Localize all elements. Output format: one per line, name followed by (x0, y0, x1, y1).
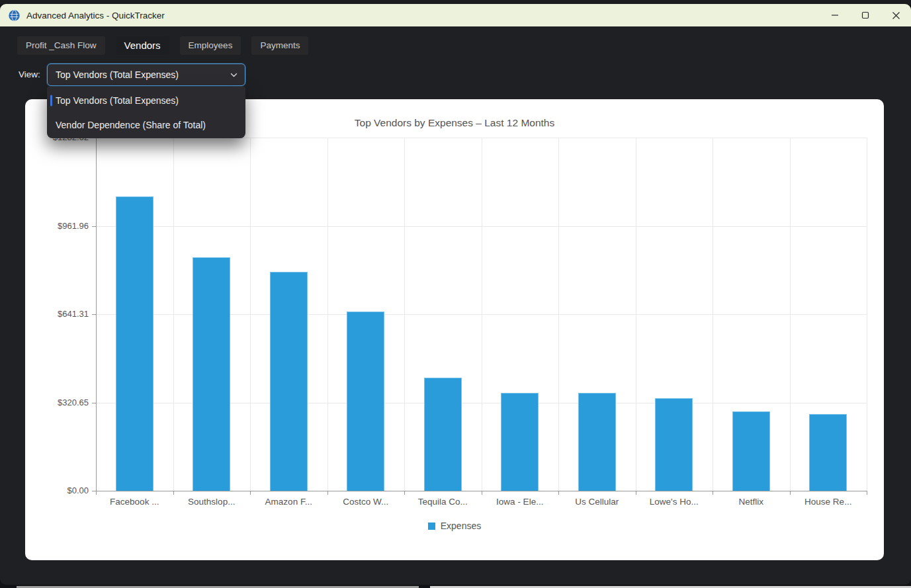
x-axis-label-iowa-ele: Iowa - Ele... (482, 497, 558, 507)
y-axis-label: $961.96 (28, 221, 89, 231)
gridline-vertical (867, 138, 867, 491)
x-axis-label-us-cellular: Us Cellular (558, 497, 635, 507)
gridline-vertical (636, 138, 636, 491)
x-axis-tick (790, 491, 791, 495)
selected-option-indicator (50, 95, 52, 106)
x-axis-tick (173, 491, 174, 495)
gridline-vertical (250, 138, 251, 491)
x-axis-label-southslop: Southslop... (173, 497, 250, 507)
chart-card: Top Vendors by Expenses – Last 12 Months… (25, 99, 884, 560)
bar-iowa-ele[interactable] (501, 393, 539, 491)
x-axis-tick (558, 491, 559, 495)
bar-amazon-f[interactable] (270, 272, 308, 491)
legend[interactable]: Expenses (25, 521, 884, 531)
x-axis-label-tequila-co: Tequila Co... (404, 497, 481, 507)
x-axis-label-house-re: House Re... (790, 497, 867, 507)
x-axis-label-costco-w: Costco W... (327, 497, 404, 507)
screen: Advanced Analytics - QuickTracker Profit… (0, 0, 911, 588)
x-axis-tick (482, 491, 482, 495)
x-axis-tick (867, 491, 867, 495)
minimize-button[interactable] (820, 4, 850, 26)
tab-profit-cash-flow[interactable]: Profit _Cash Flow (17, 36, 105, 55)
gridline-vertical (713, 138, 713, 491)
gridline-vertical (790, 138, 791, 491)
x-axis-tick (250, 491, 251, 495)
x-axis-label-amazon-f: Amazon F... (250, 497, 327, 507)
tab-vendors[interactable]: Vendors (116, 36, 169, 55)
app-icon (9, 10, 20, 21)
view-dropdown-flyout: Top Vendors (Total Expenses)Vendor Depen… (47, 87, 245, 138)
view-combobox[interactable]: Top Vendors (Total Expenses) (47, 63, 245, 86)
gridline-vertical (558, 138, 559, 491)
bar-lowe-s-ho[interactable] (655, 398, 693, 491)
bar-netflix[interactable] (732, 411, 770, 491)
y-axis-label: $641.31 (28, 309, 89, 319)
dropdown-option-label: Vendor Dependence (Share of Total) (56, 120, 206, 130)
legend-label: Expenses (441, 521, 481, 531)
gridline-vertical (173, 138, 174, 491)
tab-bar: Profit _Cash FlowVendorsEmployeesPayment… (17, 36, 308, 55)
bar-facebook[interactable] (116, 196, 153, 491)
x-axis-tick (327, 491, 328, 495)
x-axis-tick (713, 491, 713, 495)
y-axis-line (96, 138, 97, 491)
view-combobox-value: Top Vendors (Total Expenses) (56, 69, 230, 80)
maximize-button[interactable] (850, 4, 881, 26)
dropdown-option-top-vendors-total-expenses[interactable]: Top Vendors (Total Expenses) (47, 88, 245, 112)
x-axis-tick (404, 491, 405, 495)
x-axis-tick (96, 491, 97, 495)
bar-costco-w[interactable] (347, 312, 384, 491)
dropdown-option-vendor-dependence-share-of-total[interactable]: Vendor Dependence (Share of Total) (47, 112, 245, 137)
window-controls (820, 4, 911, 26)
view-label: View: (19, 63, 40, 86)
gridline-vertical (482, 138, 482, 491)
x-axis-label-lowe-s-ho: Lowe's Ho... (636, 497, 713, 507)
tab-payments[interactable]: Payments (251, 36, 308, 55)
bar-southslop[interactable] (193, 257, 230, 491)
x-axis-label-facebook: Facebook ... (96, 497, 173, 507)
bar-us-cellular[interactable] (578, 393, 616, 491)
gridline-vertical (327, 138, 328, 491)
tab-employees[interactable]: Employees (180, 36, 241, 55)
close-button[interactable] (881, 4, 911, 26)
x-axis-tick (636, 491, 636, 495)
window-title: Advanced Analytics - QuickTracker (26, 11, 165, 21)
gridline-vertical (404, 138, 405, 491)
bar-tequila-co[interactable] (424, 378, 462, 491)
titlebar: Advanced Analytics - QuickTracker (0, 4, 911, 26)
bar-house-re[interactable] (809, 414, 847, 491)
x-axis-label-netflix: Netflix (713, 497, 789, 507)
dropdown-option-label: Top Vendors (Total Expenses) (56, 95, 179, 106)
chevron-down-icon (230, 71, 238, 79)
legend-swatch-expenses (428, 523, 435, 530)
y-axis-label: $320.65 (28, 398, 89, 407)
y-axis-label: $0.00 (28, 485, 89, 495)
